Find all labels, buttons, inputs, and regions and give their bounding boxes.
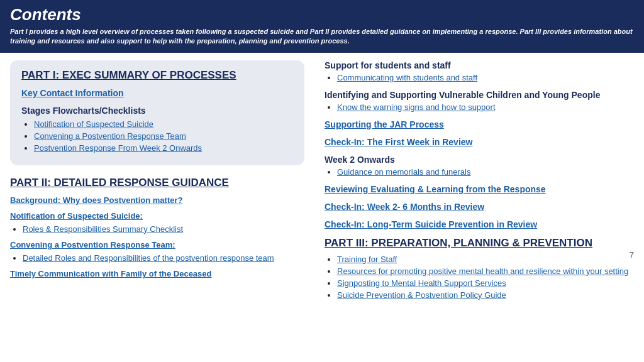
timely-link[interactable]: Timely Communication with Family of the …: [10, 269, 304, 278]
checkin-6months-section: Check-In: Week 2- 6 Months in Review: [325, 202, 634, 212]
list-item: Training for Staff: [337, 255, 634, 264]
support-heading: Support for students and staff: [325, 60, 634, 70]
communicating-link[interactable]: Communicating with students and staff: [337, 73, 477, 82]
main-content: PART I: EXEC SUMMARY OF PROCESSES Key Co…: [0, 53, 644, 310]
reviewing-section: Reviewing Evaluating & Learning from the…: [325, 184, 634, 194]
vulnerable-list: Know the warning signs and how to suppor…: [325, 102, 634, 112]
training-link[interactable]: Training for Staff: [337, 255, 397, 264]
support-list: Communicating with students and staff: [325, 73, 634, 82]
list-item: Convening a Postvention Response Team: [34, 131, 293, 141]
convening-link[interactable]: Convening a Postvention Response Team: [34, 131, 186, 141]
background-link[interactable]: Background: Why does Postvention matter?: [10, 195, 304, 205]
part3-section: PART III: PREPARATION, PLANNING & PREVEN…: [325, 237, 634, 300]
list-item: Guidance on memorials and funerals: [337, 167, 634, 177]
policy-link[interactable]: Suicide Prevention & Postvention Policy …: [337, 290, 506, 300]
notification-section: Notification of Suspected Suicide: Roles…: [10, 211, 304, 234]
list-item: Postvention Response From Week 2 Onwards: [34, 143, 293, 153]
week2-section: Week 2 Onwards Guidance on memorials and…: [325, 155, 634, 177]
vulnerable-heading: Identifying and Supporting Vulnerable Ch…: [325, 90, 634, 100]
part2-heading: PART II: DETAILED RESPONSE GUIDANCE: [10, 177, 304, 189]
week2-heading: Week 2 Onwards: [325, 155, 634, 165]
checkin-first-link[interactable]: Check-In: The First Week in Review: [325, 137, 634, 147]
postvention-link[interactable]: Postvention Response From Week 2 Onwards: [34, 143, 202, 153]
week2-list: Guidance on memorials and funerals: [325, 167, 634, 177]
part3-list: Training for Staff Resources for promoti…: [325, 255, 634, 300]
part1-box: PART I: EXEC SUMMARY OF PROCESSES Key Co…: [10, 60, 304, 165]
warning-signs-link[interactable]: Know the warning signs and how to suppor…: [337, 102, 496, 112]
list-item: Notification of Suspected Suicide: [34, 119, 293, 129]
list-item: Resources for promoting positive mental …: [337, 266, 634, 276]
roles-link[interactable]: Roles & Responsibilities Summary Checkli…: [23, 224, 183, 234]
jar-section: Supporting the JAR Process: [325, 119, 634, 129]
checkin-longterm-section: Check-In: Long-Term Suicide Prevention i…: [325, 219, 634, 229]
checkin-6months-link[interactable]: Check-In: Week 2- 6 Months in Review: [325, 202, 634, 212]
vulnerable-section: Identifying and Supporting Vulnerable Ch…: [325, 90, 634, 112]
checkin-longterm-link[interactable]: Check-In: Long-Term Suicide Prevention i…: [325, 219, 634, 229]
checkin-first-section: Check-In: The First Week in Review: [325, 137, 634, 147]
list-item: Know the warning signs and how to suppor…: [337, 102, 634, 112]
convening-section: Convening a Postvention Response Team: D…: [10, 240, 304, 263]
list-item: Communicating with students and staff: [337, 73, 634, 82]
list-item: Signposting to Mental Health Support Ser…: [337, 278, 634, 288]
notification-sub-list: Roles & Responsibilities Summary Checkli…: [10, 224, 304, 234]
header: Contents Part I provides a high level ov…: [0, 0, 644, 53]
jar-link[interactable]: Supporting the JAR Process: [325, 119, 634, 129]
convening-team-link[interactable]: Convening a Postvention Response Team:: [10, 240, 304, 250]
part2-section: PART II: DETAILED RESPONSE GUIDANCE Back…: [10, 177, 304, 278]
memorials-link[interactable]: Guidance on memorials and funerals: [337, 167, 470, 177]
list-item: Detailed Roles and Responsibilities of t…: [23, 253, 304, 263]
background-section: Background: Why does Postvention matter?: [10, 195, 304, 205]
header-title: Contents: [10, 5, 634, 25]
reviewing-link[interactable]: Reviewing Evaluating & Learning from the…: [325, 184, 634, 194]
detailed-roles-link[interactable]: Detailed Roles and Responsibilities of t…: [23, 253, 274, 263]
convening-sub-list: Detailed Roles and Responsibilities of t…: [10, 253, 304, 263]
stages-heading: Stages Flowcharts/Checklists: [21, 106, 293, 116]
part3-heading: PART III: PREPARATION, PLANNING & PREVEN…: [325, 237, 634, 250]
timely-section: Timely Communication with Family of the …: [10, 269, 304, 278]
header-description: Part I provides a high level overview of…: [10, 27, 634, 47]
part1-heading: PART I: EXEC SUMMARY OF PROCESSES: [21, 69, 293, 82]
signposting-link[interactable]: Signposting to Mental Health Support Ser…: [337, 278, 506, 288]
list-item: Suicide Prevention & Postvention Policy …: [337, 290, 634, 300]
support-section: Support for students and staff Communica…: [325, 60, 634, 82]
left-column: PART I: EXEC SUMMARY OF PROCESSES Key Co…: [0, 53, 314, 310]
resources-link[interactable]: Resources for promoting positive mental …: [337, 266, 628, 276]
key-contact-link[interactable]: Key Contact Information: [21, 88, 293, 98]
notification-link[interactable]: Notification of Suspected Suicide: [34, 119, 153, 129]
page-number: 7: [630, 250, 634, 260]
notification-suspected-link[interactable]: Notification of Suspected Suicide:: [10, 211, 304, 221]
stages-list: Notification of Suspected Suicide Conven…: [21, 119, 293, 153]
right-column: Support for students and staff Communica…: [314, 53, 644, 310]
list-item: Roles & Responsibilities Summary Checkli…: [23, 224, 304, 234]
